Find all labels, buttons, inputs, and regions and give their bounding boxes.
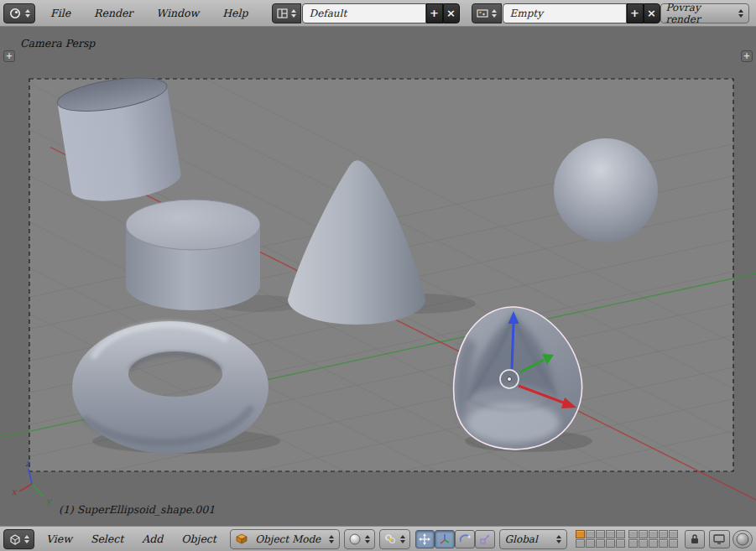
- lock-icon: [690, 533, 700, 544]
- add-scene-button[interactable]: +: [627, 3, 644, 23]
- scene-name-input[interactable]: [503, 3, 627, 23]
- translate-toggle-button[interactable]: [435, 530, 455, 548]
- add-screen-button[interactable]: +: [426, 3, 443, 23]
- editor-type-button-3dview[interactable]: [3, 529, 34, 549]
- menu-add[interactable]: Add: [140, 533, 164, 545]
- scene-icon: [477, 8, 488, 18]
- manipulator-toggle-button[interactable]: [415, 530, 435, 548]
- shading-sphere-icon: [349, 533, 361, 545]
- spinner-arrows-icon: [291, 9, 296, 18]
- screen-name-input[interactable]: [302, 3, 426, 23]
- viewport-shading-dropdown[interactable]: [344, 529, 375, 549]
- scene-selector: + ×: [472, 3, 660, 23]
- layer-15-button[interactable]: [669, 530, 678, 538]
- object-mode-cube-icon: [236, 533, 248, 544]
- view3d-menus: View Select Add Object: [44, 533, 218, 545]
- menu-render[interactable]: Render: [92, 7, 134, 19]
- info-header: File Render Window Help + ×: [0, 0, 756, 27]
- spinner-arrows-icon: [556, 535, 561, 543]
- spinner-arrows-icon: [492, 9, 497, 18]
- axis-y-label: y: [45, 496, 52, 507]
- screen-layout-selector: + ×: [272, 3, 460, 23]
- screen-layout-browse-button[interactable]: [272, 3, 301, 23]
- render-display-button[interactable]: [709, 530, 731, 548]
- mode-dropdown[interactable]: Object Mode: [230, 529, 340, 549]
- layers-group-2: [628, 530, 678, 548]
- info-menus: File Render Window Help: [49, 7, 250, 19]
- menu-object[interactable]: Object: [180, 533, 218, 545]
- layer-2-button[interactable]: [586, 530, 595, 538]
- editor-type-button-info[interactable]: [3, 3, 35, 23]
- manipulator-4way-icon: [419, 533, 430, 545]
- scale-icon: [479, 533, 491, 545]
- scene-browse-button[interactable]: [472, 3, 502, 23]
- layer-7-button[interactable]: [586, 539, 595, 548]
- menu-window[interactable]: Window: [154, 7, 201, 19]
- matcap-sphere-button[interactable]: [733, 530, 753, 548]
- transform-orientation-dropdown[interactable]: Global: [499, 529, 567, 549]
- orientation-value: Global: [505, 533, 538, 545]
- properties-panel-toggle[interactable]: +: [741, 50, 753, 62]
- sphere-preview-icon: [736, 533, 749, 546]
- screen-layout-icon: [277, 8, 288, 18]
- object-sphere[interactable]: [554, 138, 658, 242]
- lock-layers-button[interactable]: [685, 530, 705, 548]
- layer-18-button[interactable]: [649, 539, 658, 548]
- object-cylinder-tilted[interactable]: [55, 72, 184, 208]
- render-engine-value: Povray render: [666, 2, 734, 25]
- menu-select[interactable]: Select: [89, 533, 125, 545]
- layer-10-button[interactable]: [616, 539, 625, 548]
- scale-toggle-button[interactable]: [475, 530, 495, 548]
- layer-1-button[interactable]: [576, 530, 585, 538]
- scene-canvas: z y x: [0, 27, 756, 526]
- viewport-3d[interactable]: z y x Camera Persp (1) SuperEllipsoid_sh…: [0, 27, 756, 526]
- layers-group-1: [576, 530, 625, 548]
- layer-16-button[interactable]: [628, 539, 638, 548]
- axis-x-label: x: [12, 487, 18, 496]
- menu-view[interactable]: View: [44, 533, 74, 545]
- layer-3-button[interactable]: [596, 530, 605, 538]
- view3d-editor-icon: [8, 533, 21, 545]
- translate-axis-icon: [439, 533, 451, 545]
- render-engine-dropdown[interactable]: Povray render: [660, 3, 749, 23]
- tool-shelf-toggle[interactable]: +: [3, 50, 15, 62]
- close-scene-button[interactable]: ×: [644, 3, 660, 23]
- spinner-arrows-icon: [738, 9, 743, 18]
- layer-19-button[interactable]: [659, 539, 668, 548]
- spinner-arrows-icon: [329, 535, 334, 543]
- layer-5-button[interactable]: [616, 530, 625, 538]
- mode-value: Object Mode: [255, 533, 321, 545]
- layer-9-button[interactable]: [606, 539, 615, 548]
- blender-logo-icon: [8, 7, 22, 20]
- blender-window: File Render Window Help + ×: [0, 0, 756, 551]
- view3d-header: View Select Add Object Object Mode: [0, 526, 756, 551]
- view-name-label: Camera Persp: [20, 37, 95, 49]
- rotate-arc-icon: [459, 533, 471, 545]
- layer-11-button[interactable]: [628, 530, 638, 538]
- menu-help[interactable]: Help: [221, 7, 249, 19]
- layer-6-button[interactable]: [576, 539, 585, 548]
- spinner-arrows-icon: [400, 535, 405, 543]
- spinner-arrows-icon: [365, 535, 370, 543]
- pivot-point-dropdown[interactable]: [379, 529, 410, 549]
- close-screen-button[interactable]: ×: [443, 3, 460, 23]
- layer-12-button[interactable]: [639, 530, 648, 538]
- rotate-toggle-button[interactable]: [455, 530, 475, 548]
- pivot-icon: [384, 533, 396, 545]
- display-icon: [713, 534, 725, 544]
- spinner-arrows-icon: [25, 9, 30, 18]
- layer-8-button[interactable]: [596, 539, 605, 548]
- layer-14-button[interactable]: [659, 530, 668, 538]
- menu-file[interactable]: File: [49, 7, 72, 19]
- layer-20-button[interactable]: [669, 539, 678, 548]
- layer-13-button[interactable]: [649, 530, 658, 538]
- layer-4-button[interactable]: [606, 530, 615, 538]
- spinner-arrows-icon: [24, 535, 29, 543]
- active-object-label: (1) SuperEllipsoid_shape.001: [59, 503, 215, 516]
- layer-17-button[interactable]: [639, 539, 648, 548]
